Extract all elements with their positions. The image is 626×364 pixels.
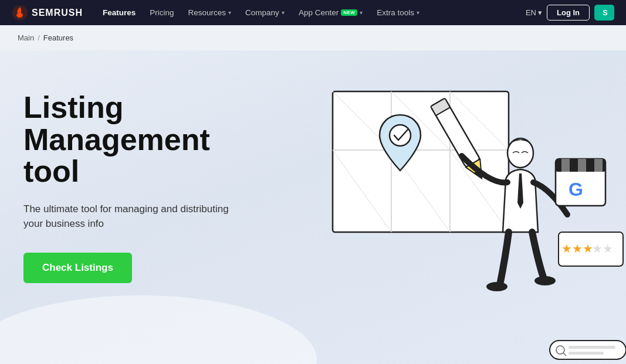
- svg-rect-1: [333, 91, 509, 232]
- chevron-down-icon: ▾: [417, 9, 419, 16]
- hero-section: ListingManagementtool The ultimate tool …: [0, 50, 626, 364]
- signup-button[interactable]: S: [594, 5, 614, 21]
- navbar: SEMRUSH Features Pricing Resources ▾ Com…: [0, 0, 626, 25]
- svg-point-19: [534, 276, 556, 285]
- hero-content: ListingManagementtool The ultimate tool …: [23, 80, 246, 283]
- semrush-logo-icon: [12, 5, 28, 21]
- language-selector[interactable]: EN ▾: [526, 8, 542, 17]
- chevron-down-icon: ▾: [228, 9, 231, 16]
- logo-text: SEMRUSH: [32, 8, 83, 18]
- breadcrumb: Main / Features: [0, 25, 626, 50]
- chevron-down-icon: ▾: [538, 8, 542, 17]
- chevron-down-icon: ▾: [360, 9, 363, 16]
- breadcrumb-main[interactable]: Main: [18, 33, 34, 42]
- nav-item-features[interactable]: Features: [97, 0, 141, 25]
- svg-rect-33: [569, 352, 604, 355]
- nav-item-extratools[interactable]: Extra tools ▾: [371, 0, 425, 25]
- nav-item-resources[interactable]: Resources ▾: [182, 0, 238, 25]
- logo[interactable]: SEMRUSH: [12, 5, 83, 21]
- nav-item-pricing[interactable]: Pricing: [144, 0, 180, 25]
- chevron-down-icon: ▾: [282, 9, 285, 16]
- nav-items: Features Pricing Resources ▾ Company ▾ A…: [97, 0, 526, 25]
- svg-point-11: [390, 125, 411, 146]
- breadcrumb-separator: /: [38, 33, 40, 42]
- nav-item-company[interactable]: Company ▾: [239, 0, 290, 25]
- svg-rect-22: [561, 159, 570, 172]
- svg-rect-23: [578, 159, 586, 172]
- new-badge: NEW: [341, 9, 357, 16]
- hero-subtitle: The ultimate tool for managing and distr…: [23, 202, 246, 232]
- nav-item-appcenter[interactable]: App Center NEW ▾: [293, 0, 368, 25]
- nav-right: EN ▾ Log In S: [526, 5, 614, 21]
- hero-illustration: G ★★★ ★★: [297, 62, 626, 364]
- listing-illustration: G ★★★ ★★: [297, 62, 626, 364]
- svg-text:★★★: ★★★: [561, 242, 593, 255]
- hero-title: ListingManagementtool: [23, 91, 246, 188]
- svg-text:★★: ★★: [592, 242, 613, 255]
- svg-text:G: G: [569, 179, 583, 200]
- svg-rect-24: [594, 159, 603, 172]
- breadcrumb-current: Features: [43, 33, 73, 42]
- svg-point-18: [486, 282, 507, 291]
- svg-rect-29: [550, 341, 626, 359]
- svg-rect-32: [569, 346, 615, 349]
- check-listings-button[interactable]: Check Listings: [23, 253, 132, 283]
- login-button[interactable]: Log In: [547, 5, 590, 21]
